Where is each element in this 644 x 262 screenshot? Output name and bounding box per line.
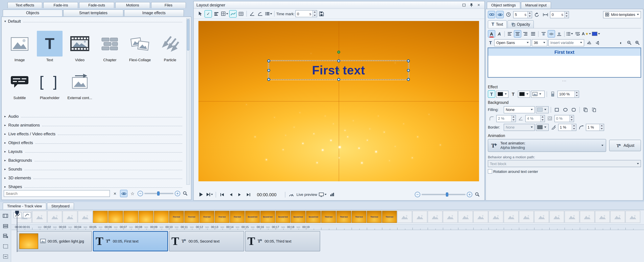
zoom-loupe-icon[interactable] [182,190,189,197]
align-right-icon[interactable] [522,30,529,38]
duration-value[interactable]: 5 [514,11,524,18]
spinner-arrows[interactable] [312,11,316,17]
strip-frame[interactable]: Third text [336,211,351,223]
border-rounding-value[interactable]: 1 % [586,124,600,130]
offset-value[interactable]: 0 [550,11,560,18]
tab-motions[interactable]: Motions [115,2,150,8]
toolbox-item-chapter[interactable]: Chapter [95,31,124,62]
section-route-animations[interactable]: ▸Route animations [4,121,182,129]
mirror-vertical-icon[interactable] [594,39,601,46]
angle-measure-icon[interactable] [248,10,256,18]
mini-templates-dropdown[interactable]: Mini-templates [603,11,641,18]
playhead[interactable] [17,211,17,252]
duration-spinner[interactable]: 5 s [513,11,532,18]
design-canvas[interactable]: First text [198,21,479,181]
spinner-arrows[interactable] [540,115,544,122]
strip-frame[interactable] [549,211,564,223]
adjust-animation-button[interactable]: T Adjust [609,140,641,151]
font-color-icon[interactable]: A [488,30,495,38]
timeline-main[interactable]: First textFirst textFirst textFirst text… [12,210,644,262]
text-effect-toggle[interactable]: T [488,90,495,98]
text-animation-dropdown[interactable]: T Text animation: Alpha blending [488,139,606,152]
timeline-clip-00-05-third-text[interactable]: TT00:05, Third text [245,231,320,251]
spinner-arrows[interactable] [527,11,532,18]
font-family-dropdown[interactable]: Open Sans [494,39,531,46]
shape-angle-value[interactable]: 4 % [526,115,540,122]
paste-style-icon[interactable] [590,106,598,113]
strip-frame[interactable] [473,211,488,223]
strip-frame[interactable] [626,211,640,223]
blur-spinner[interactable]: 0 % [554,115,574,122]
strip-frame[interactable]: First text [169,211,184,223]
strip-frame[interactable] [443,211,458,223]
toolbox-item-video[interactable]: Video [65,31,94,62]
strip-frame[interactable] [580,211,595,223]
resize-handle[interactable] [407,69,410,72]
canvas-zoom-out-button[interactable]: − [415,192,420,197]
step-back-icon[interactable] [227,191,234,198]
strip-frame[interactable]: Third text [382,211,397,223]
toolbox-item-subtitle[interactable]: Subtitle [5,69,34,100]
strip-frame[interactable] [47,211,62,223]
shape-angle-spinner[interactable]: 4 % [525,115,545,122]
strip-frame[interactable] [32,211,47,223]
resize-handle[interactable] [267,69,270,72]
strip-frame[interactable] [564,211,580,223]
section-layouts[interactable]: ▸Layouts [4,148,182,155]
editor-text-line[interactable]: First text [488,48,640,56]
align-justify-icon[interactable] [530,30,537,38]
align-objects-icon[interactable] [213,10,220,18]
align-center-icon[interactable] [514,30,521,38]
blur-value[interactable]: 0 % [555,115,569,122]
thumbnail-zoom-slider[interactable] [144,193,174,194]
strip-frame[interactable]: First text [215,211,230,223]
shape-rectangle-icon[interactable] [553,106,560,113]
resize-handle[interactable] [337,59,340,62]
performance-stats-icon[interactable] [328,191,336,198]
timeline-clip-00-05-first-text[interactable]: TT00:05, First text [93,231,168,251]
text-style-icon[interactable]: A [582,30,591,38]
strip-frame[interactable]: Third text [367,211,382,223]
toolbox-item-placeholder[interactable]: [ ]Placeholder [35,69,64,100]
border-width-spinner[interactable]: 1 % [558,124,576,131]
canvas-zoom-slider[interactable] [422,194,466,195]
resize-handle[interactable] [337,78,340,81]
strip-frame[interactable]: Second text [306,211,321,223]
word-wrap-icon[interactable] [574,30,581,38]
section-sounds[interactable]: ▸Sounds [4,165,182,173]
favorites-star-icon[interactable]: ☆ [129,190,136,197]
tab-files[interactable]: Files [151,2,186,8]
step-forward-icon[interactable] [236,191,244,198]
strip-frame[interactable] [519,211,534,223]
text-object-selection[interactable]: First text [268,61,409,80]
strip-frame[interactable]: First text [230,211,245,223]
outline-toggle[interactable]: T [510,90,517,98]
section-backgrounds[interactable]: ▸Backgrounds [4,157,182,164]
strip-frame[interactable]: Third text [352,211,366,223]
resize-handle[interactable] [407,78,410,81]
tab-objects[interactable]: Objects [3,10,63,16]
maximize-button[interactable] [461,2,467,8]
smooth-curve-icon[interactable] [23,212,31,218]
fit-zoom-loupe-icon[interactable] [474,191,481,198]
slider-thumb[interactable] [446,192,448,196]
filling-dropdown[interactable]: None [504,106,535,113]
list-format-icon[interactable] [566,30,573,38]
strip-frame[interactable] [595,211,610,223]
timeline-track[interactable]: 00:05, golden light.jpgTT00:05, First te… [12,231,644,252]
visibility-eye-icon[interactable] [496,11,504,18]
resize-handle[interactable] [407,59,410,62]
section-audio[interactable]: ▸Audio [4,113,182,120]
strip-frame[interactable] [412,211,427,223]
toolbox-item-flexi-collage[interactable]: Flexi-Collage [126,31,154,62]
strip-frame[interactable] [93,211,108,223]
strip-frame[interactable]: Second text [291,211,306,223]
skip-start-icon[interactable] [218,191,226,198]
resize-handle[interactable] [267,78,270,81]
add-track-icon[interactable] [1,232,10,240]
strip-frame[interactable] [610,211,625,223]
effect-opacity-value[interactable]: 100 % [558,91,574,97]
strip-frame[interactable] [428,211,442,223]
rounding-value[interactable]: 2 % [496,115,511,122]
av-track-icon[interactable] [1,212,10,219]
